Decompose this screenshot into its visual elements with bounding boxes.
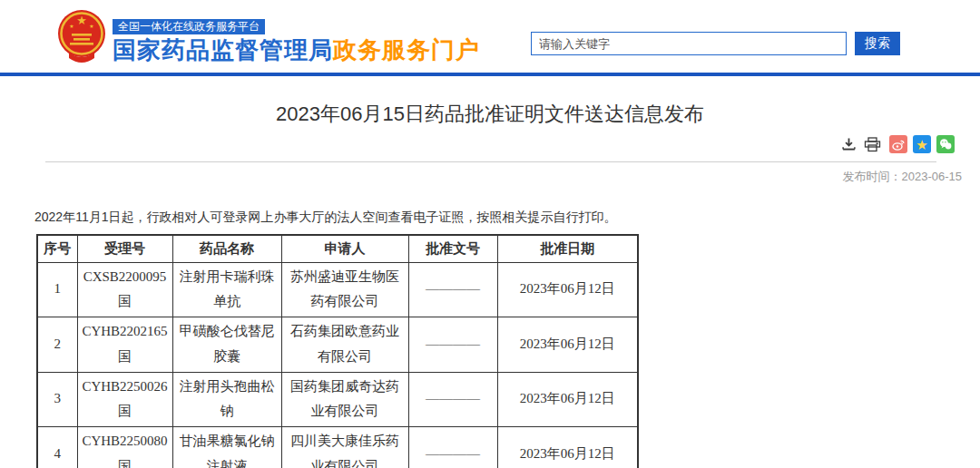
table-header-cell: 药品名称 [172,235,281,262]
notice-text: 2022年11月1日起，行政相对人可登录网上办事大厅的法人空间查看电子证照，按照… [34,210,980,226]
table-cell: CYHB2250080国 [77,427,172,468]
table-header-cell: 序号 [37,235,77,262]
table-cell: 2023年06月12日 [497,317,638,373]
table-row: 4CYHB2250080国甘油果糖氯化钠注射液四川美大康佳乐药业有限公司————… [37,427,638,468]
page: ★ ★ ★ 全国一体化在线政务服务平台 国家药品监督管理局政务服务门户 搜索 2… [0,0,980,468]
table-cell: 国药集团威奇达药业有限公司 [281,372,408,427]
share-weibo-icon[interactable] [889,135,907,153]
site-name: 国家药品监督管理局 [113,36,333,63]
share-qzone-icon[interactable]: ★ [913,135,931,153]
platform-badge: 全国一体化在线政务服务平台 [113,19,265,34]
table-header-cell: 批准日期 [497,235,638,262]
table-cell: ———— [408,317,497,373]
svg-text:★: ★ [76,14,87,27]
site-header: ★ ★ ★ 全国一体化在线政务服务平台 国家药品监督管理局政务服务门户 搜索 [0,0,980,73]
table-cell: 甲磺酸仑伐替尼胶囊 [172,317,281,373]
table-cell: 2023年06月12日 [497,262,638,317]
publish-time-label: 发布时间： [843,170,902,183]
site-title: 国家药品监督管理局政务服务门户 [113,36,480,63]
table-cell: 2023年06月12日 [497,372,638,427]
header-accent-bar [0,73,980,76]
qzone-star-glyph: ★ [916,138,927,151]
table-row: 1CXSB2200095国注射用卡瑞利珠单抗苏州盛迪亚生物医药有限公司————2… [37,262,638,317]
brand-block: 全国一体化在线政务服务平台 国家药品监督管理局政务服务门户 [113,17,480,63]
publish-time: 发布时间：2023-06-15 [0,169,980,185]
portal-suffix: 政务服务门户 [333,36,480,63]
table-cell: ———— [408,262,497,317]
approval-table-body: 1CXSB2200095国注射用卡瑞利珠单抗苏州盛迪亚生物医药有限公司————2… [37,262,638,468]
search-input[interactable] [531,32,847,55]
table-cell: 苏州盛迪亚生物医药有限公司 [281,262,408,317]
table-cell: 石药集团欧意药业有限公司 [281,317,408,373]
table-row: 2CYHB2202165国甲磺酸仑伐替尼胶囊石药集团欧意药业有限公司————20… [37,317,638,373]
table-cell: 3 [37,372,77,427]
table-cell: 2023年06月12日 [497,427,638,468]
print-icon[interactable] [863,135,881,153]
download-icon[interactable] [839,135,858,153]
table-header-cell: 申请人 [281,235,408,262]
article-toolbar: ★ [0,133,980,155]
search-button[interactable]: 搜索 [855,32,900,55]
publish-time-value: 2023-06-15 [902,170,963,183]
table-cell: 注射用卡瑞利珠单抗 [172,262,281,317]
table-cell: CXSB2200095国 [77,262,172,317]
table-cell: 甘油果糖氯化钠注射液 [172,427,281,468]
table-header-cell: 受理号 [77,235,172,262]
national-emblem-icon: ★ ★ ★ [56,8,107,64]
table-cell: CYHB2202165国 [77,317,172,373]
table-cell: 1 [37,262,77,317]
approval-table-head: 序号受理号药品名称申请人批准文号批准日期 [37,235,638,262]
search-area: 搜索 [531,32,900,55]
svg-text:★: ★ [69,24,74,29]
table-cell: 4 [37,427,77,468]
svg-text:★: ★ [89,24,93,29]
table-header-row: 序号受理号药品名称申请人批准文号批准日期 [37,235,638,262]
share-wechat-icon[interactable] [936,135,955,153]
table-cell: 四川美大康佳乐药业有限公司 [281,427,408,468]
page-title: 2023年06月15日药品批准证明文件送达信息发布 [0,100,980,128]
table-row: 3CYHB2250026国注射用头孢曲松钠国药集团威奇达药业有限公司————20… [37,372,638,427]
table-cell: CYHB2250026国 [77,372,172,427]
approval-table: 序号受理号药品名称申请人批准文号批准日期 1CXSB2200095国注射用卡瑞利… [36,234,639,468]
table-cell: ———— [408,427,497,468]
table-cell: 注射用头孢曲松钠 [172,372,281,427]
national-emblem-logo: ★ ★ ★ [56,8,107,64]
table-header-cell: 批准文号 [408,235,497,262]
table-cell: ———— [408,372,497,427]
title-divider [45,161,936,162]
table-cell: 2 [37,317,77,373]
